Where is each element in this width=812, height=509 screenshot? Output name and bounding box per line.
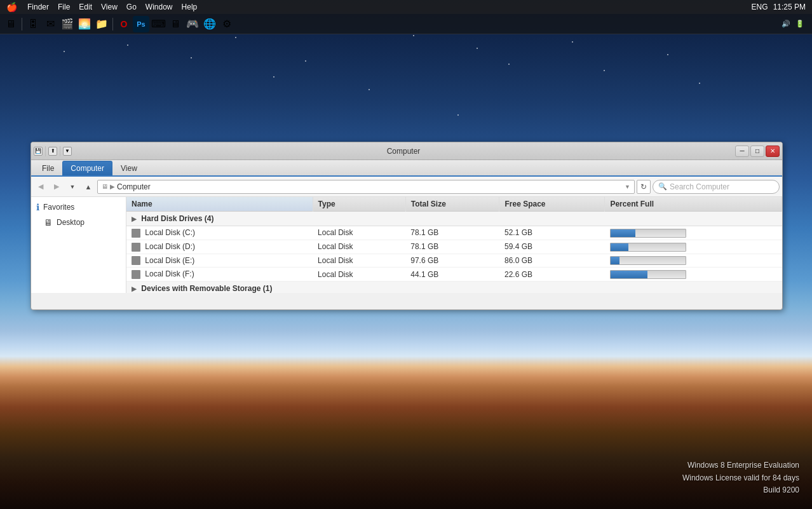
up-button[interactable]: ▲: [81, 180, 95, 194]
cell-freespace: 59.4 GB: [499, 240, 605, 254]
rdp-icon[interactable]: 🖥: [167, 16, 184, 32]
window-controls: ─ □ ✕: [735, 146, 780, 157]
watermark-line1: Windows 8 Enterprise Evaluation: [682, 459, 799, 472]
tb-sep1: [45, 146, 46, 156]
address-bar: ◀ ▶ ▼ ▲ 🖥 ▶ Computer ▼ ↻ 🔍 Search Comput…: [31, 177, 782, 197]
breadcrumb: 🖥 ▶ Computer: [102, 182, 151, 191]
breadcrumb-computer: Computer: [117, 182, 151, 191]
menu-go[interactable]: Go: [123, 1, 140, 13]
table-header-row: Name Type Total Size Free Space Percent …: [126, 197, 782, 212]
menu-finder[interactable]: Finder: [24, 1, 53, 13]
apple-menu[interactable]: 🍎: [0, 2, 24, 12]
usage-fill-e: [611, 257, 619, 264]
battery-icon[interactable]: 🔋: [795, 20, 804, 28]
breadcrumb-sep1-icon: ▶: [110, 183, 115, 190]
dock-divider-1: [22, 18, 22, 31]
group-row-removable[interactable]: ▶ Devices with Removable Storage (1): [126, 282, 782, 293]
macos-menubar: 🍎 Finder File Edit View Go Window Help E…: [0, 0, 812, 14]
cell-percentfull: [605, 240, 782, 254]
sidebar-desktop-label: Desktop: [57, 218, 85, 227]
sidebar-item-favorites[interactable]: ℹ Favorites: [31, 200, 126, 215]
menu-file[interactable]: File: [54, 1, 74, 13]
cell-percentfull: [605, 226, 782, 240]
search-placeholder: Search Computer: [670, 182, 729, 191]
globe2-icon[interactable]: 🌐: [201, 16, 218, 32]
quick-up-btn[interactable]: ⬆: [48, 147, 57, 156]
favorites-icon: ℹ: [36, 202, 39, 212]
dropdown-nav-button[interactable]: ▼: [65, 180, 79, 194]
dock-right-area: 🔊 🔋: [782, 20, 809, 28]
col-header-freespace[interactable]: Free Space: [499, 197, 605, 212]
mail-icon[interactable]: ✉: [42, 16, 58, 32]
volume-icon[interactable]: 🔊: [782, 20, 790, 28]
explorer-window: 💾 ⬆ ▼ Computer ─ □ ✕ File Computer View …: [30, 142, 783, 310]
group-label-removable: Devices with Removable Storage (1): [141, 284, 272, 293]
menu-help[interactable]: Help: [178, 1, 201, 13]
dashboard-icon[interactable]: 🎛: [25, 16, 41, 32]
search-field[interactable]: 🔍 Search Computer: [653, 180, 780, 194]
quick-dropdown-btn[interactable]: ▼: [63, 147, 72, 156]
group-row-hdd[interactable]: ▶ Hard Disk Drives (4): [126, 212, 782, 226]
language-indicator: ENG: [752, 3, 768, 11]
file-table: Name Type Total Size Free Space Percent …: [126, 197, 782, 293]
col-header-name[interactable]: Name: [126, 197, 313, 212]
cell-type: Local Disk: [313, 240, 405, 254]
finder-icon[interactable]: 🖥: [3, 16, 19, 32]
cell-percentfull: [605, 268, 782, 282]
menu-view[interactable]: View: [97, 1, 121, 13]
refresh-button[interactable]: ↻: [637, 180, 651, 194]
address-field[interactable]: 🖥 ▶ Computer ▼: [97, 180, 635, 194]
quick-save-btn[interactable]: 💾: [34, 147, 43, 156]
cell-type: Local Disk: [313, 226, 405, 240]
code-editor-icon[interactable]: ⌨: [150, 16, 166, 32]
breadcrumb-arrow-icon: 🖥: [102, 183, 108, 190]
usage-bar-d: [610, 243, 686, 252]
usage-bar-c: [610, 229, 686, 238]
opera-icon[interactable]: O: [116, 16, 132, 32]
usage-bar-e: [610, 256, 686, 265]
tb-sep2: [60, 146, 60, 156]
forward-button[interactable]: ▶: [50, 180, 64, 194]
col-header-totalsize[interactable]: Total Size: [405, 197, 499, 212]
main-content: Name Type Total Size Free Space Percent …: [126, 197, 782, 293]
drive-icon-e: [132, 256, 140, 265]
photoshop-icon[interactable]: Ps: [133, 16, 149, 32]
dock: 🖥 🎛 ✉ 🎬 🌅 📁 O Ps ⌨ 🖥 🎮 🌐 ⚙ 🔊 🔋: [0, 14, 812, 34]
window-title: Computer: [72, 147, 735, 156]
usage-fill-c: [611, 229, 635, 237]
imovie-icon[interactable]: 🎬: [59, 16, 76, 32]
tab-view[interactable]: View: [112, 161, 145, 175]
menu-window[interactable]: Window: [142, 1, 177, 13]
ribbon-tabs: File Computer View: [31, 160, 782, 177]
minimize-button[interactable]: ─: [735, 146, 749, 157]
address-dropdown-icon[interactable]: ▼: [625, 184, 630, 190]
sidebar: ℹ Favorites 🖥 Desktop: [31, 197, 126, 293]
folder2-icon[interactable]: 📁: [93, 16, 110, 32]
cell-name: Local Disk (C:): [126, 226, 313, 240]
table-row[interactable]: Local Disk (D:) Local Disk 78.1 GB 59.4 …: [126, 240, 782, 254]
cell-name: Local Disk (E:): [126, 254, 313, 268]
iphoto-icon[interactable]: 🌅: [76, 16, 93, 32]
drive-icon-c: [132, 229, 140, 238]
tab-computer[interactable]: Computer: [62, 161, 112, 175]
game-icon[interactable]: 🎮: [184, 16, 201, 32]
maximize-button[interactable]: □: [750, 146, 764, 157]
back-button[interactable]: ◀: [34, 180, 48, 194]
col-header-type[interactable]: Type: [313, 197, 405, 212]
sidebar-item-desktop[interactable]: 🖥 Desktop: [31, 215, 126, 230]
cell-name: Local Disk (D:): [126, 240, 313, 254]
table-row[interactable]: Local Disk (E:) Local Disk 97.6 GB 86.0 …: [126, 254, 782, 268]
table-row[interactable]: Local Disk (F:) Local Disk 44.1 GB 22.6 …: [126, 268, 782, 282]
tab-file[interactable]: File: [34, 161, 62, 175]
menu-edit[interactable]: Edit: [75, 1, 96, 13]
group-label-hdd: Hard Disk Drives (4): [141, 214, 213, 223]
col-header-percentfull[interactable]: Percent Full: [605, 197, 782, 212]
cell-totalsize: 97.6 GB: [405, 254, 499, 268]
cell-percentfull: [605, 254, 782, 268]
table-row[interactable]: Local Disk (C:) Local Disk 78.1 GB 52.1 …: [126, 226, 782, 240]
gear-icon[interactable]: ⚙: [219, 16, 235, 32]
desktop: 💾 ⬆ ▼ Computer ─ □ ✕ File Computer View …: [0, 0, 812, 509]
close-button[interactable]: ✕: [766, 146, 780, 157]
sidebar-favorites-label: Favorites: [43, 203, 74, 212]
watermark-line2: Windows License valid for 84 days: [682, 472, 799, 484]
